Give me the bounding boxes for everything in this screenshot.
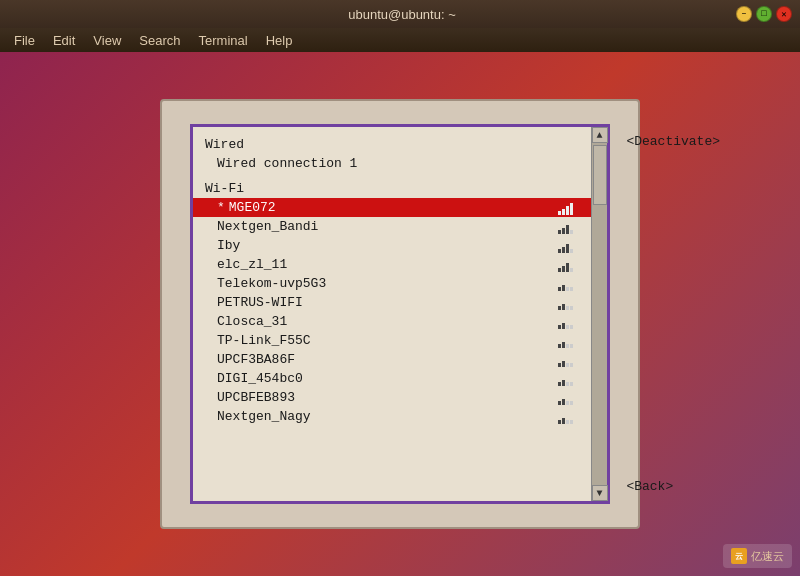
signal-telekom [558,277,573,291]
wifi-digi[interactable]: DIGI_454bc0 [193,369,591,388]
wifi-tplink[interactable]: TP-Link_F55C [193,331,591,350]
menu-edit[interactable]: Edit [45,31,83,50]
signal-tplink [558,334,573,348]
signal-elc [558,258,573,272]
wifi-mge072[interactable]: * MGE072 [193,198,591,217]
deactivate-button[interactable]: <Deactivate> [626,134,720,149]
network-panel: Wired Wired connection 1 Wi-Fi * MGE072 [190,124,610,504]
network-list: Wired Wired connection 1 Wi-Fi * MGE072 [193,127,591,501]
content-area: Wired Wired connection 1 Wi-Fi * MGE072 [0,52,800,576]
watermark: 云 亿速云 [723,544,792,568]
wifi-upcb[interactable]: UPCBFEB893 [193,388,591,407]
wifi-upcf[interactable]: UPCF3BA86F [193,350,591,369]
outer-dialog: Wired Wired connection 1 Wi-Fi * MGE072 [160,99,640,529]
menu-search[interactable]: Search [131,31,188,50]
menu-help[interactable]: Help [258,31,301,50]
minimize-button[interactable]: – [736,6,752,22]
window-controls: – □ ✕ [736,6,792,22]
wifi-nextgen-bandi[interactable]: Nextgen_Bandi [193,217,591,236]
menu-bar: File Edit View Search Terminal Help [0,28,800,52]
menu-view[interactable]: View [85,31,129,50]
wifi-petrus[interactable]: PETRUS-WIFI [193,293,591,312]
watermark-text: 亿速云 [751,549,784,564]
signal-nextgen-nagy [558,410,573,424]
scroll-down-button[interactable]: ▼ [592,485,608,501]
scroll-up-button[interactable]: ▲ [592,127,608,143]
signal-upcb [558,391,573,405]
scrollbar[interactable]: ▲ ▼ [591,127,607,501]
wifi-closca[interactable]: Closca_31 [193,312,591,331]
title-bar: ubuntu@ubuntu: ~ – □ ✕ [0,0,800,28]
side-buttons: <Deactivate> <Back> [626,124,720,504]
signal-mge072 [558,201,573,215]
wifi-nextgen-nagy[interactable]: Nextgen_Nagy [193,407,591,426]
menu-file[interactable]: File [6,31,43,50]
signal-petrus [558,296,573,310]
wifi-iby[interactable]: Iby [193,236,591,255]
close-button[interactable]: ✕ [776,6,792,22]
wifi-elc-zl-11[interactable]: elc_zl_11 [193,255,591,274]
scroll-thumb[interactable] [593,145,607,205]
window-title: ubuntu@ubuntu: ~ [68,7,736,22]
maximize-button[interactable]: □ [756,6,772,22]
signal-iby [558,239,573,253]
wifi-section-header: Wi-Fi [193,179,591,198]
menu-terminal[interactable]: Terminal [191,31,256,50]
wired-connection-1[interactable]: Wired connection 1 [193,154,591,173]
watermark-logo: 云 [731,548,747,564]
back-button[interactable]: <Back> [626,479,720,494]
signal-digi [558,372,573,386]
wired-section-header: Wired [193,135,591,154]
signal-upcf [558,353,573,367]
signal-closca [558,315,573,329]
wifi-telekom[interactable]: Telekom-uvp5G3 [193,274,591,293]
signal-nextgen-bandi [558,220,573,234]
